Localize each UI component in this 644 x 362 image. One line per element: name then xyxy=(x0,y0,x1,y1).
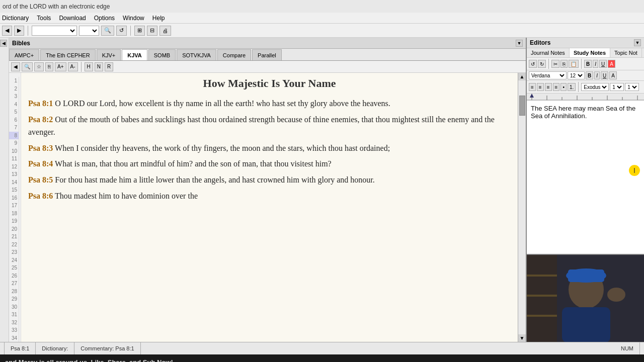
tab-sotvkjva[interactable]: SOTVKJVA xyxy=(177,49,216,60)
menu-options[interactable]: Options xyxy=(94,15,115,22)
collapse-btn-1[interactable]: ◀ xyxy=(0,40,7,47)
undo-button[interactable]: ↺ xyxy=(529,60,537,68)
forward-button[interactable]: ▶ xyxy=(14,26,24,36)
italic-btn2[interactable]: I xyxy=(594,71,600,79)
underline-btn2[interactable]: U xyxy=(601,71,608,79)
align-sep xyxy=(578,82,579,92)
menu-window[interactable]: Window xyxy=(123,15,144,22)
status-bar: Psa 8:1 Dictionary: Commentary: Psa 8:1 … xyxy=(0,342,644,354)
bible-scrollbar[interactable]: ▲ ▼ xyxy=(518,73,526,342)
color-btn2[interactable]: A xyxy=(609,71,617,79)
bible-text[interactable]: How Majestic Is Your Name Psa 8:1 O LORD… xyxy=(21,73,518,342)
chapter-combo[interactable] xyxy=(79,26,99,36)
font-name-combo[interactable]: Verdana xyxy=(529,71,567,79)
paste-button[interactable]: 📋 xyxy=(569,60,579,68)
tab-somb[interactable]: SOMB xyxy=(148,49,176,60)
tab-journal-notes[interactable]: Journal Notes xyxy=(527,48,570,57)
toolbar-separator xyxy=(28,26,28,36)
svg-marker-9 xyxy=(530,94,534,98)
bible-prev-btn[interactable]: ◀ xyxy=(11,62,20,71)
bible-content-area: 1 2 3 4 5 6 7 8 9 10 11 12 13 14 15 16 1 xyxy=(9,73,526,342)
tab-eth[interactable]: The Eth CEPHER xyxy=(40,49,95,60)
menu-download[interactable]: Download xyxy=(59,15,86,22)
verse-ref-3: Psa 8:3 xyxy=(28,144,53,152)
status-verse: Psa 8:1 xyxy=(4,342,36,354)
align-center-btn[interactable]: ≡ xyxy=(537,83,544,91)
verse-ref-4: Psa 8:4 xyxy=(28,159,53,168)
menu-help[interactable]: Help xyxy=(152,15,165,22)
scroll-track[interactable] xyxy=(518,80,526,334)
scroll-down-arrow[interactable]: ▼ xyxy=(518,334,526,342)
number-btn[interactable]: 1. xyxy=(568,83,576,91)
bible-highlight-btn[interactable]: H xyxy=(85,62,93,71)
left-side-panel: ◀ xyxy=(0,38,9,342)
verse-text-1: O LORD our Lord, how excellent is thy na… xyxy=(53,99,390,108)
split-button[interactable]: ⊟ xyxy=(147,26,157,36)
svg-rect-17 xyxy=(527,275,557,277)
bible-ref-btn[interactable]: R xyxy=(105,62,113,71)
tab-kjvplus[interactable]: KJV+ xyxy=(97,49,121,60)
cut-button[interactable]: ✂ xyxy=(551,60,559,68)
line-number-panel: 1 2 3 4 5 6 7 8 9 10 11 12 13 14 15 16 1 xyxy=(9,73,21,342)
tab-topic-notes[interactable]: Topic Not xyxy=(610,48,642,57)
italic-btn[interactable]: I xyxy=(593,60,598,68)
underline-btn[interactable]: U xyxy=(599,60,607,68)
tab-kjva[interactable]: KJVA xyxy=(122,49,147,60)
bible-font-inc-btn[interactable]: A+ xyxy=(55,62,66,71)
editors-collapse-btn[interactable]: ▼ xyxy=(634,39,641,46)
bible-bookmark-btn[interactable]: ☆ xyxy=(34,62,44,71)
editors-header: Editors ▼ xyxy=(527,38,644,48)
editors-tab-bar: Journal Notes Study Notes Topic Not xyxy=(527,48,644,58)
editor-font-bar: Verdana 12 B I U A xyxy=(527,70,644,81)
editor-text-area[interactable]: The SEA here may mean Sea of the Sea of … xyxy=(527,101,644,254)
refresh-button[interactable]: ↺ xyxy=(116,26,127,36)
bible-font-dec-btn[interactable]: A- xyxy=(68,62,78,71)
fmt-sep1 xyxy=(548,59,549,69)
verse-text-6: Thou madest him to have dominion over th… xyxy=(53,192,198,200)
bullet-btn[interactable]: • xyxy=(560,83,567,91)
align-justify-btn[interactable]: ≡ xyxy=(553,83,560,91)
verse-num-combo[interactable]: 18 xyxy=(625,83,639,91)
print-button[interactable]: 🖨 xyxy=(159,26,171,36)
verse-text-3: When I consider thy heavens, the work of… xyxy=(53,144,390,152)
back-button[interactable]: ◀ xyxy=(2,26,12,36)
book-combo[interactable]: Exodus xyxy=(581,83,609,91)
search-button[interactable]: 🔍 xyxy=(101,26,114,36)
bible-book-combo[interactable] xyxy=(32,26,77,36)
tab-parallel[interactable]: Parallel xyxy=(252,49,282,60)
toolbar-separator2 xyxy=(130,26,131,36)
redo-button[interactable]: ↻ xyxy=(538,60,546,68)
tab-ampc[interactable]: AMPC+ xyxy=(9,49,39,60)
bible-search-btn[interactable]: 🔍 xyxy=(22,62,33,71)
copy-button[interactable]: ⎘ xyxy=(560,60,568,68)
editor-format-bar-1: ↺ ↻ ✂ ⎘ 📋 B I U A xyxy=(527,58,644,70)
bible-toolbar: ◀ 🔍 ☆ ⎘ A+ A- H N R xyxy=(9,61,526,73)
bible-panel-collapse[interactable]: ▼ xyxy=(516,40,523,47)
svg-rect-16 xyxy=(527,254,557,342)
line-numbers: 1 2 3 4 5 6 7 8 9 10 11 12 13 14 15 16 1 xyxy=(9,77,19,342)
bible-note-btn[interactable]: N xyxy=(95,62,103,71)
chapter-num-combo[interactable]: 13 xyxy=(610,83,624,91)
verse-2: Psa 8:2 Out of the mouth of babes and su… xyxy=(28,113,511,139)
view-button[interactable]: ⊞ xyxy=(134,26,145,36)
verse-ref-2: Psa 8:2 xyxy=(28,115,53,124)
status-dictionary: Dictionary: xyxy=(36,342,74,354)
bold-btn2[interactable]: B xyxy=(586,71,593,79)
align-right-btn[interactable]: ≡ xyxy=(545,83,552,91)
menu-tools[interactable]: Tools xyxy=(37,15,51,22)
bible-copy-btn[interactable]: ⎘ xyxy=(45,62,53,71)
dictionary-label: Dictionary: xyxy=(42,345,68,351)
align-left-btn[interactable]: ≡ xyxy=(529,83,536,91)
bottom-text: and Mercy is all around us. Like, Share,… xyxy=(5,358,173,363)
tab-compare[interactable]: Compare xyxy=(217,49,251,60)
svg-rect-18 xyxy=(527,295,557,297)
main-toolbar: ◀ ▶ 🔍 ↺ ⊞ ⊟ 🖨 xyxy=(0,24,644,38)
scroll-thumb[interactable] xyxy=(519,96,525,116)
scroll-up-arrow[interactable]: ▲ xyxy=(518,73,526,80)
font-size-combo[interactable]: 12 xyxy=(568,71,585,79)
menu-dictionary[interactable]: Dictionary xyxy=(2,15,29,22)
tab-study-notes[interactable]: Study Notes xyxy=(570,48,610,57)
color-btn[interactable]: A xyxy=(608,60,615,68)
bold-btn[interactable]: B xyxy=(584,60,592,68)
editors-panel-title: Editors xyxy=(530,39,630,46)
